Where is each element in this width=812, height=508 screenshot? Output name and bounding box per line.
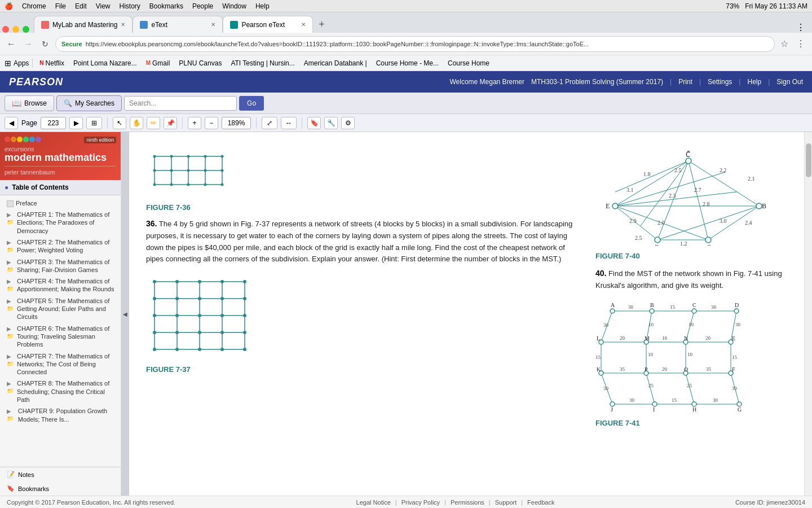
settings-link[interactable]: Settings xyxy=(708,78,732,86)
mac-menu-people[interactable]: People xyxy=(192,2,213,10)
footer-legal-link[interactable]: Legal Notice xyxy=(356,499,391,506)
mac-menu-edit[interactable]: Edit xyxy=(75,2,87,10)
bookmark-databank[interactable]: American Databank | xyxy=(301,58,370,68)
my-searches-button[interactable]: 🔍 My Searches xyxy=(56,95,122,111)
print-link[interactable]: Print xyxy=(678,78,692,86)
fit-width-button[interactable]: ↔ xyxy=(281,117,297,129)
toc-item-ch1[interactable]: ▶ 📁 CHAPTER 1: The Mathematics of Electi… xyxy=(0,209,121,237)
toc-item-ch6[interactable]: ▶ 📁 CHAPTER 6: The Mathematics of Tourin… xyxy=(0,323,121,351)
search-input[interactable] xyxy=(124,96,237,111)
toc-item-ch5[interactable]: ▶ 📁 CHAPTER 5: The Mathematics of Gettin… xyxy=(0,295,121,323)
tab-close-etext[interactable]: ✕ xyxy=(211,21,215,28)
svg-point-132 xyxy=(610,402,615,406)
bookmark-coursehome1[interactable]: Course Home - Me... xyxy=(373,58,442,68)
prev-page-button[interactable]: ◀ xyxy=(5,117,18,129)
bookmark-star-button[interactable]: ☆ xyxy=(778,36,791,51)
footer-feedback-link[interactable]: Feedback xyxy=(527,499,554,506)
window-maximize-button[interactable] xyxy=(23,26,29,33)
toc-item-ch8[interactable]: ▶ 📁 CHAPTER 8: The Mathematics of Schedu… xyxy=(0,378,121,405)
signout-link[interactable]: Sign Out xyxy=(776,78,803,86)
window-minimize-button[interactable] xyxy=(12,26,19,33)
bookmark-canvas[interactable]: PLNU Canvas xyxy=(175,58,225,68)
browse-button[interactable]: 📖 Browse xyxy=(5,95,54,111)
sidebar-toggle-button[interactable]: ◀ xyxy=(121,132,129,496)
tab-close-mylab[interactable]: ✕ xyxy=(121,21,125,28)
bookmarks-button[interactable]: 🔖 Bookmarks xyxy=(0,481,121,496)
bookmark-ati[interactable]: ATI Testing | Nursin... xyxy=(227,58,298,68)
toc-item-ch7[interactable]: ▶ 📁 CHAPTER 7: The Mathematics of Networ… xyxy=(0,351,121,378)
bookmark-coursehome2[interactable]: Course Home xyxy=(444,58,493,68)
bookmark-pointloma[interactable]: Point Loma Nazare... xyxy=(70,58,140,68)
mac-menu-window[interactable]: Window xyxy=(222,2,246,10)
svg-text:E: E xyxy=(606,202,610,210)
footer-permissions-link[interactable]: Permissions xyxy=(451,499,484,506)
select-tool-button[interactable]: ↖ xyxy=(113,117,126,129)
svg-text:35: 35 xyxy=(620,366,625,372)
page-number-input[interactable] xyxy=(41,117,66,129)
svg-text:I: I xyxy=(653,406,655,413)
mac-menu-chrome[interactable]: Chrome xyxy=(22,2,46,10)
tab-mylab[interactable]: MyLab and Mastering ✕ xyxy=(34,16,133,33)
toc-scroll[interactable]: Preface ▶ 📁 CHAPTER 1: The Mathematics o… xyxy=(0,195,121,467)
svg-point-45 xyxy=(198,314,201,317)
hand-tool-button[interactable]: ✋ xyxy=(130,117,143,129)
figure-41-svg: A B C D L M N E K P O F J xyxy=(595,300,765,413)
svg-text:10: 10 xyxy=(662,335,668,341)
mac-menu-file[interactable]: File xyxy=(55,2,66,10)
forward-button[interactable]: → xyxy=(21,37,35,51)
bookmark-gmail[interactable]: MGmail xyxy=(143,58,174,68)
tab-pearson[interactable]: Pearson eText ✕ xyxy=(223,16,313,33)
address-bar-more-button[interactable]: ⋮ xyxy=(794,36,807,51)
toc-item-ch3[interactable]: ▶ 📁 CHAPTER 3: The Mathematics of Sharin… xyxy=(0,256,121,276)
help-link[interactable]: Help xyxy=(747,78,761,86)
svg-point-51 xyxy=(220,331,224,334)
svg-text:10: 10 xyxy=(648,352,654,357)
footer-support-link[interactable]: Support xyxy=(495,499,517,506)
apps-label[interactable]: Apps xyxy=(14,59,29,67)
toc-header[interactable]: ● Table of Contents xyxy=(0,180,121,195)
apps-icon[interactable]: ⊞ xyxy=(5,59,11,68)
fit-page-button[interactable]: ⤢ xyxy=(262,117,277,129)
address-box[interactable]: Secure https://view.ebookplus.pearsoncmg… xyxy=(55,36,775,52)
chrome-menu-button[interactable]: ⋮ xyxy=(796,22,805,33)
toc-item-preface[interactable]: Preface xyxy=(0,198,121,209)
new-tab-button[interactable]: + xyxy=(313,16,330,33)
mac-menu-view[interactable]: View xyxy=(96,2,111,10)
pin-tool-button[interactable]: 📌 xyxy=(164,117,177,129)
bookmark-button[interactable]: 🔖 xyxy=(307,117,321,129)
mac-menu-bookmarks[interactable]: Bookmarks xyxy=(149,2,183,10)
svg-point-35 xyxy=(198,280,201,283)
mac-menu-help[interactable]: Help xyxy=(255,2,270,10)
scroll-bar[interactable] xyxy=(804,132,812,496)
mac-menu-history[interactable]: History xyxy=(120,2,140,10)
toc-list: Preface ▶ 📁 CHAPTER 1: The Mathematics o… xyxy=(0,195,121,427)
toc-item-ch9[interactable]: ▶ 📁 CHAPTER 9: Population Growth Models;… xyxy=(0,405,121,425)
scroll-thumb[interactable] xyxy=(806,143,811,177)
next-page-button[interactable]: ▶ xyxy=(69,117,83,129)
footer-privacy-link[interactable]: Privacy Policy xyxy=(401,499,440,506)
svg-point-134 xyxy=(692,402,696,406)
bookmark-netflix[interactable]: NNetflix xyxy=(36,58,68,68)
notes-button[interactable]: 📝 Notes xyxy=(0,467,121,481)
toc-item-ch2[interactable]: ▶ 📁 CHAPTER 2: The Mathematics of Power;… xyxy=(0,237,121,256)
tab-close-pearson[interactable]: ✕ xyxy=(301,21,306,28)
tab-etext[interactable]: eText ✕ xyxy=(133,16,223,33)
problem-36: 36. The 4 by 5 grid shown in Fig. 7-37 r… xyxy=(146,218,579,265)
thumbnails-button[interactable]: ⊞ xyxy=(86,117,102,129)
tab-favicon-etext xyxy=(140,21,148,29)
zoom-in-button[interactable]: + xyxy=(188,117,201,129)
highlight-tool-button[interactable]: ✏ xyxy=(147,117,160,129)
more-tools-button[interactable]: ⚙ xyxy=(341,117,355,129)
toc-item-ch4[interactable]: ▶ 📁 CHAPTER 4: The Mathematics of Apport… xyxy=(0,275,121,295)
tools-button[interactable]: 🔧 xyxy=(324,117,338,129)
zoom-out-button[interactable]: − xyxy=(205,117,218,129)
sidebar-bottom: 📝 Notes 🔖 Bookmarks xyxy=(0,467,121,496)
window-close-button[interactable] xyxy=(2,26,9,33)
back-button[interactable]: ← xyxy=(5,37,18,51)
go-button[interactable]: Go xyxy=(239,96,264,111)
figure-36-svg xyxy=(146,148,231,199)
svg-text:15: 15 xyxy=(595,354,601,360)
apple-menu[interactable]: 🍎 xyxy=(5,2,13,10)
reload-button[interactable]: ↻ xyxy=(38,37,52,51)
svg-point-55 xyxy=(198,348,201,351)
